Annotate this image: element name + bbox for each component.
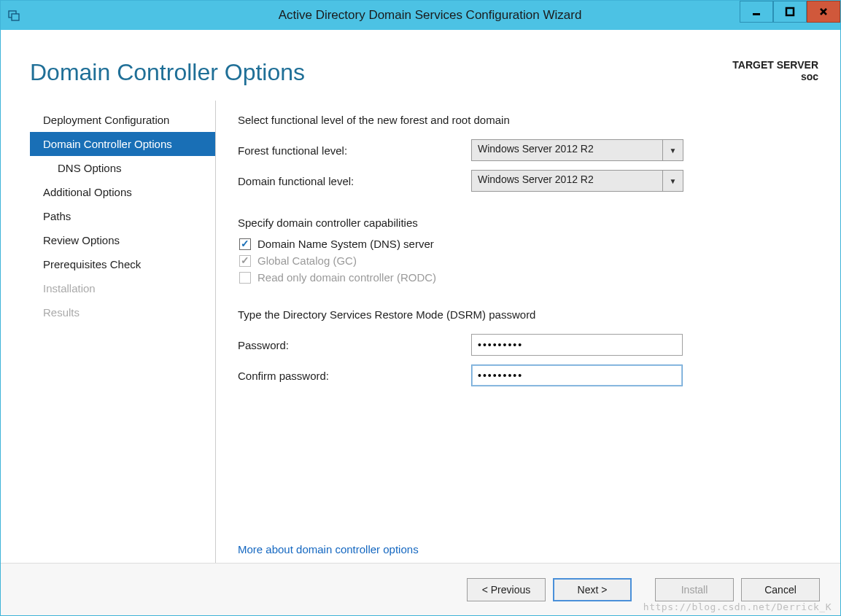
maximize-icon (785, 7, 795, 17)
target-server-label: TARGET SERVER (732, 59, 818, 71)
forest-level-row: Forest functional level: Windows Server … (238, 139, 811, 161)
wizard-body: Deployment ConfigurationDomain Controlle… (1, 93, 840, 563)
more-about-link[interactable]: More about domain controller options (238, 529, 811, 555)
page-title: Domain Controller Options (30, 59, 305, 86)
install-button: Install (655, 578, 734, 601)
dsrm-heading: Type the Directory Services Restore Mode… (238, 308, 811, 321)
forest-level-combo[interactable]: Windows Server 2012 R2 ▼ (471, 139, 683, 161)
window-title: Active Directory Domain Services Configu… (20, 8, 840, 23)
sidebar-item-review-options[interactable]: Review Options (30, 228, 215, 252)
server-manager-icon (8, 9, 20, 21)
maximize-button[interactable] (773, 1, 807, 23)
target-server-value: soc (732, 71, 818, 82)
sidebar-item-installation: Installation (30, 276, 215, 300)
sidebar-item-deployment-configuration[interactable]: Deployment Configuration (30, 108, 215, 132)
dns-server-checkbox[interactable] (239, 238, 251, 250)
domain-level-value: Windows Server 2012 R2 (471, 170, 663, 192)
password-row: Password: (238, 334, 811, 356)
close-button[interactable] (807, 1, 840, 23)
sidebar-item-dns-options[interactable]: DNS Options (30, 156, 215, 180)
confirm-password-input[interactable] (471, 364, 683, 386)
cancel-button[interactable]: Cancel (741, 578, 820, 601)
password-input[interactable] (471, 334, 683, 356)
sidebar-item-results: Results (30, 300, 215, 324)
sidebar-item-paths[interactable]: Paths (30, 204, 215, 228)
dns-server-label: Domain Name System (DNS) server (257, 238, 434, 250)
forest-level-value: Windows Server 2012 R2 (471, 139, 663, 161)
confirm-password-row: Confirm password: (238, 364, 811, 386)
svg-rect-1 (12, 14, 19, 20)
wizard-window: Active Directory Domain Services Configu… (0, 0, 841, 616)
domain-level-dropdown-button[interactable]: ▼ (663, 170, 683, 192)
titlebar: Active Directory Domain Services Configu… (1, 1, 840, 30)
domain-level-row: Domain functional level: Windows Server … (238, 170, 811, 192)
rodc-label: Read only domain controller (RODC) (257, 271, 436, 284)
password-label: Password: (238, 339, 471, 351)
close-icon (818, 7, 829, 17)
page-header: Domain Controller Options TARGET SERVER … (1, 30, 840, 93)
forest-level-label: Forest functional level: (238, 144, 471, 157)
chevron-down-icon: ▼ (670, 177, 677, 185)
sidebar-item-prerequisites-check[interactable]: Prerequisites Check (30, 252, 215, 276)
chevron-down-icon: ▼ (670, 147, 677, 155)
target-server-block: TARGET SERVER soc (732, 59, 818, 82)
content-panel: Select functional level of the new fores… (216, 101, 818, 563)
svg-rect-3 (786, 8, 794, 15)
dns-server-checkbox-row: Domain Name System (DNS) server (238, 238, 811, 250)
minimize-button[interactable] (740, 1, 773, 23)
watermark-text: https://blog.csdn.net/Derrick_K (643, 601, 832, 612)
sidebar-item-domain-controller-options[interactable]: Domain Controller Options (30, 132, 215, 156)
next-button[interactable]: Next > (553, 578, 632, 601)
global-catalog-checkbox (239, 255, 251, 267)
rodc-checkbox (239, 272, 251, 284)
functional-level-heading: Select functional level of the new fores… (238, 114, 811, 126)
window-controls (740, 1, 840, 24)
svg-rect-2 (753, 13, 760, 15)
capabilities-heading: Specify domain controller capabilities (238, 217, 811, 229)
confirm-password-label: Confirm password: (238, 370, 471, 382)
wizard-footer: < Previous Next > Install Cancel https:/… (1, 563, 840, 615)
sidebar-item-additional-options[interactable]: Additional Options (30, 180, 215, 204)
sidebar: Deployment ConfigurationDomain Controlle… (30, 101, 216, 563)
global-catalog-checkbox-row: Global Catalog (GC) (238, 254, 811, 267)
domain-level-combo[interactable]: Windows Server 2012 R2 ▼ (471, 170, 683, 192)
rodc-checkbox-row: Read only domain controller (RODC) (238, 271, 811, 284)
forest-level-dropdown-button[interactable]: ▼ (663, 139, 683, 161)
minimize-icon (751, 7, 761, 17)
global-catalog-label: Global Catalog (GC) (257, 254, 357, 267)
domain-level-label: Domain functional level: (238, 175, 471, 187)
previous-button[interactable]: < Previous (467, 578, 546, 601)
